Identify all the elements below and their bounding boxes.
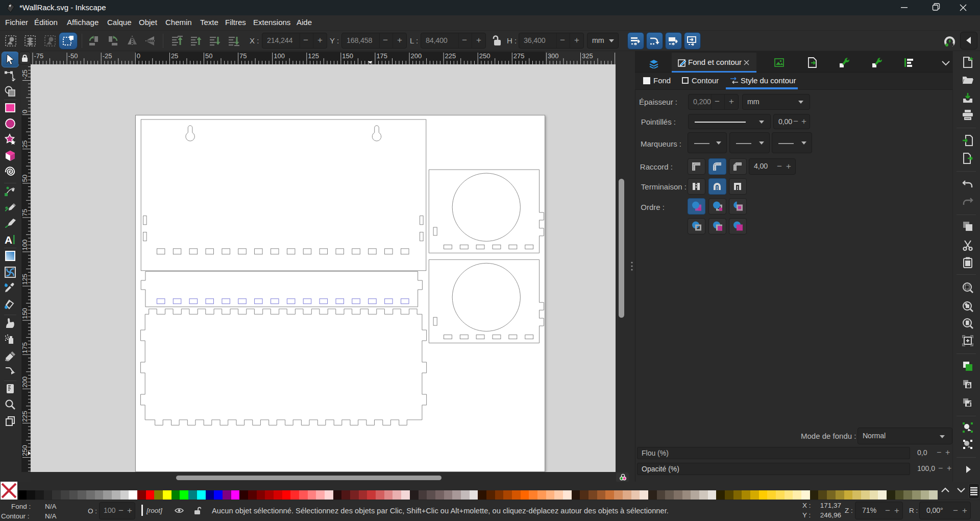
- svg-text:-25: -25: [21, 69, 29, 79]
- svg-text:75: 75: [239, 52, 247, 60]
- svg-text:175: 175: [376, 52, 387, 60]
- svg-text:250: 250: [479, 52, 491, 60]
- svg-text:125: 125: [308, 52, 319, 60]
- svg-text:225: 225: [21, 411, 29, 422]
- svg-text:75: 75: [21, 209, 29, 216]
- svg-text:25: 25: [171, 52, 178, 60]
- svg-text:300: 300: [548, 52, 559, 60]
- svg-text:0: 0: [137, 52, 140, 60]
- svg-text:-75: -75: [34, 52, 44, 60]
- svg-text:325: 325: [582, 52, 593, 60]
- svg-text:150: 150: [21, 308, 29, 319]
- svg-text:100: 100: [21, 240, 29, 251]
- svg-text:25: 25: [21, 140, 29, 148]
- svg-text:275: 275: [513, 52, 525, 60]
- svg-text:-25: -25: [103, 52, 112, 60]
- svg-text:200: 200: [411, 52, 422, 60]
- svg-text:250: 250: [21, 445, 29, 456]
- svg-text:A: A: [5, 234, 12, 246]
- svg-text:225: 225: [445, 52, 456, 60]
- svg-text:150: 150: [342, 52, 353, 60]
- svg-text:50: 50: [21, 175, 29, 182]
- svg-text:50: 50: [205, 52, 212, 60]
- svg-text:200: 200: [21, 376, 29, 388]
- svg-text:175: 175: [21, 342, 29, 353]
- svg-text:-50: -50: [68, 52, 78, 60]
- svg-text:100: 100: [274, 52, 285, 60]
- svg-text:125: 125: [21, 274, 29, 285]
- svg-text:0: 0: [21, 110, 29, 113]
